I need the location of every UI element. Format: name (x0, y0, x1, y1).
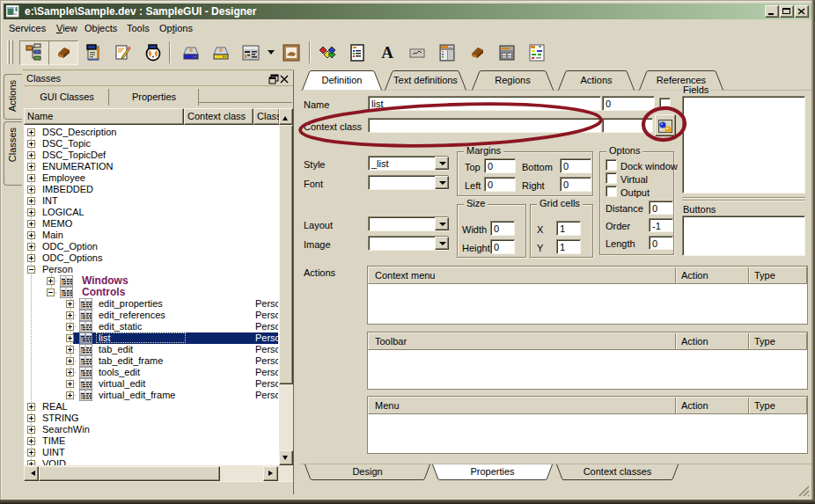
svg-text:A: A (381, 43, 393, 62)
